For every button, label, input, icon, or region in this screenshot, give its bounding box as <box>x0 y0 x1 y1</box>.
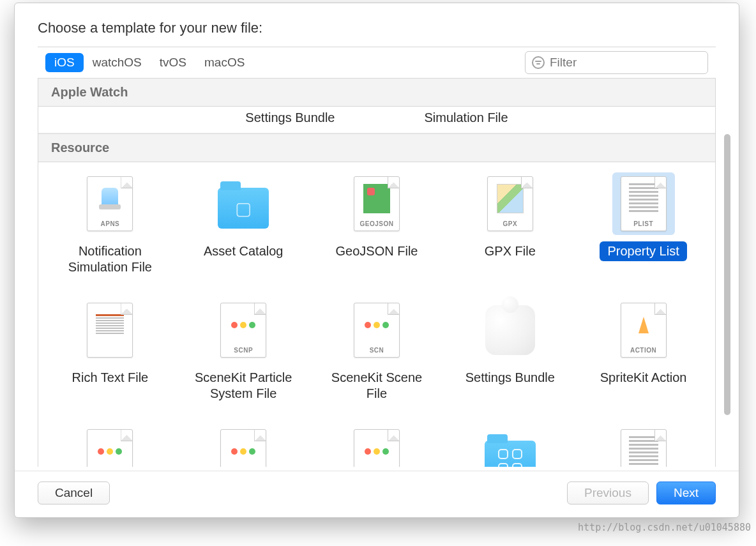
template-scenekit-scene[interactable]: SCN SceneKit Scene File <box>310 296 444 406</box>
template-icon-wrap: GPX <box>479 172 541 235</box>
file-icon: SCNP <box>220 303 266 358</box>
file-tag: SCNP <box>221 347 266 357</box>
platform-tabs: iOS watchOS tvOS macOS <box>45 53 253 72</box>
template-icon-wrap <box>479 299 541 361</box>
template-label: SpriteKit Action <box>593 368 695 388</box>
template-label: SceneKit Particle System File <box>179 368 307 404</box>
template-gpx[interactable]: GPX GPX File <box>443 170 577 280</box>
template-label: Notification Simulation File <box>46 241 174 277</box>
tab-macos[interactable]: macOS <box>195 53 253 72</box>
template-spritekit-particle[interactable]: EMITTER SpriteKit Particle File <box>43 423 177 467</box>
template-icon-wrap: SCNP <box>212 299 275 361</box>
template-content: Apple Watch Settings Bundle Simulation F… <box>38 79 716 467</box>
cancel-button[interactable]: Cancel <box>38 482 110 504</box>
template-icon-wrap: PLIST <box>612 172 675 235</box>
folder-icon: ▢ <box>218 188 269 229</box>
template-label: SceneKit Scene File <box>313 368 441 404</box>
template-asset-catalog[interactable]: ▢ Asset Catalog <box>177 170 310 280</box>
dialog-title: Choose a template for your new file: <box>15 3 739 47</box>
previous-button[interactable]: Previous <box>567 482 649 504</box>
template-strings[interactable]: STRINGS Strings File <box>577 423 710 467</box>
file-icon <box>87 303 133 358</box>
template-icon-wrap: SCN <box>345 299 408 361</box>
new-file-template-dialog: Choose a template for your new file: iOS… <box>14 3 739 518</box>
template-icon-wrap: TILESET <box>345 425 408 467</box>
file-tag: GPX <box>488 220 533 231</box>
file-icon: GPX <box>487 176 533 231</box>
template-scenekit-particle[interactable]: SCNP SceneKit Particle System File <box>177 296 310 406</box>
file-icon: PLIST <box>621 176 667 231</box>
section-resource: Resource <box>38 133 715 162</box>
filter-icon <box>532 56 545 69</box>
template-icon-wrap <box>479 425 541 467</box>
file-icon: TILESET <box>354 429 400 467</box>
template-label: GeoJSON File <box>328 241 426 261</box>
tab-ios[interactable]: iOS <box>45 53 84 72</box>
template-spritekit-action[interactable]: ACTION SpriteKit Action <box>577 296 710 406</box>
template-icon-wrap: STRINGS <box>612 425 675 467</box>
file-icon: SCN <box>354 303 400 358</box>
file-icon: ACTION <box>621 303 667 358</box>
file-tag: APNS <box>87 220 132 231</box>
template-label: Asset Catalog <box>196 241 291 261</box>
template-label: Property List <box>600 241 686 261</box>
template-spritekit-tileset[interactable]: TILESET SpriteKit Tile Set <box>310 423 444 467</box>
template-icon-wrap: ▢ <box>212 172 275 235</box>
template-sticker-catalog[interactable]: Sticker Catalog <box>443 423 577 467</box>
template-label: Rich Text File <box>64 368 156 388</box>
file-icon: EMITTER <box>87 429 133 467</box>
apple-watch-row: Settings Bundle Simulation File <box>38 107 715 133</box>
filter-input[interactable] <box>550 56 701 70</box>
bundle-icon <box>485 305 535 355</box>
template-icon-wrap: GEOJSON <box>345 172 408 235</box>
template-label: GPX File <box>477 241 543 261</box>
template-plist[interactable]: PLIST Property List <box>577 170 710 280</box>
template-icon-wrap <box>79 299 141 361</box>
template-spritekit-scene[interactable]: SCENE SpriteKit Scene <box>177 423 310 467</box>
template-rtf[interactable]: Rich Text File <box>43 296 177 406</box>
template-label: Settings Bundle <box>458 368 563 388</box>
platform-toolbar: iOS watchOS tvOS macOS <box>38 47 716 79</box>
scrollbar-thumb[interactable] <box>724 134 730 415</box>
template-simulation-file-aw[interactable]: Simulation File <box>424 110 508 125</box>
folder-icon <box>485 441 536 467</box>
file-icon: STRINGS <box>621 429 667 467</box>
file-icon: SCENE <box>220 429 266 467</box>
template-icon-wrap: APNS <box>79 172 141 235</box>
file-tag: SCN <box>354 347 399 357</box>
filter-box[interactable] <box>525 51 708 74</box>
file-icon: APNS <box>87 176 133 231</box>
template-icon-wrap: ACTION <box>612 299 675 361</box>
next-button[interactable]: Next <box>656 482 716 504</box>
template-settings-bundle-aw[interactable]: Settings Bundle <box>245 110 335 125</box>
dialog-footer: Cancel Previous Next <box>15 471 739 517</box>
section-apple-watch: Apple Watch <box>38 79 715 107</box>
file-tag: PLIST <box>621 220 666 231</box>
template-geojson[interactable]: GEOJSON GeoJSON File <box>310 170 444 280</box>
template-notification-sim[interactable]: APNS Notification Simulation File <box>43 170 177 280</box>
template-scroll[interactable]: Apple Watch Settings Bundle Simulation F… <box>38 79 715 467</box>
tab-watchos[interactable]: watchOS <box>84 53 151 72</box>
file-tag: ACTION <box>621 347 666 357</box>
file-icon: GEOJSON <box>354 176 400 231</box>
tab-tvos[interactable]: tvOS <box>151 53 195 72</box>
template-icon-wrap: EMITTER <box>79 425 141 467</box>
watermark: http://blog.csdn.net/u01045880 <box>578 522 751 533</box>
file-tag: GEOJSON <box>354 220 399 231</box>
template-icon-wrap: SCENE <box>212 425 275 467</box>
template-settings-bundle[interactable]: Settings Bundle <box>443 296 577 406</box>
resource-grid: APNS Notification Simulation File▢ Asset… <box>38 162 715 467</box>
